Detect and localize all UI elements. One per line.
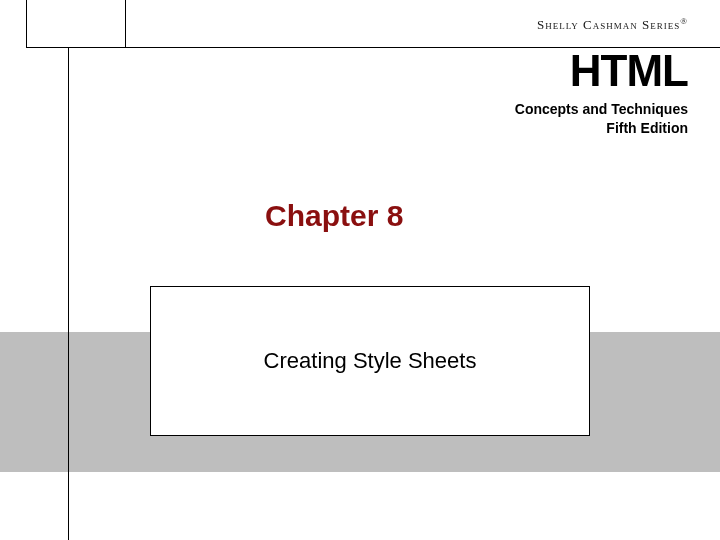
chapter-topic: Creating Style Sheets [264,348,477,374]
chapter-topic-box: Creating Style Sheets [150,286,590,436]
book-subtitle: Concepts and Techniques Fifth Edition [515,100,688,138]
series-name-text: Shelly Cashman Series [537,17,680,32]
book-title: HTML [570,46,688,96]
subtitle-line-2: Fifth Edition [515,119,688,138]
frame-vertical-line [68,48,69,540]
frame-top-box [26,0,126,48]
series-name: Shelly Cashman Series® [537,16,688,33]
subtitle-line-1: Concepts and Techniques [515,100,688,119]
trademark-symbol: ® [680,16,688,26]
chapter-label: Chapter 8 [265,199,403,233]
